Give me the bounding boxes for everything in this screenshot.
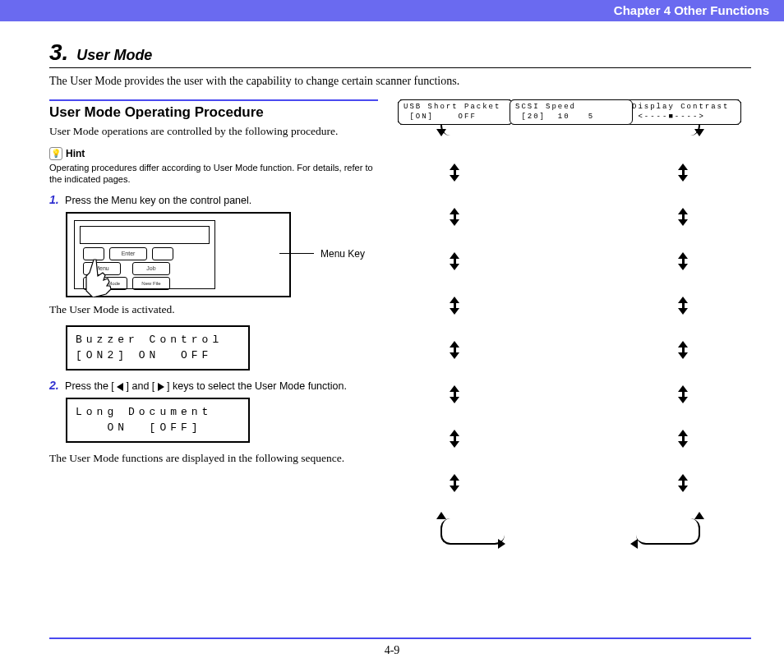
section-intro: The User Mode provides the user with the… [49, 75, 751, 88]
step-1-text: Press the Menu key on the control panel. [65, 195, 251, 206]
control-panel-figure: Enter Menu Job Bypass Mode New File Menu… [66, 212, 291, 297]
box-display-contrast: Display Contrast <----■----> [626, 99, 741, 125]
hint-icon: 💡 [49, 147, 62, 160]
section-title: User Mode [76, 47, 152, 63]
lcd-buzzer: Buzzer Control [ON2] ON OFF [66, 325, 250, 371]
section-heading: 3. User Mode [49, 39, 751, 68]
step-2-text-c: ] keys to select the User Mode function. [167, 380, 347, 392]
box-usb-short-packet: USB Short Packet [ON] OFF [398, 99, 513, 125]
right-arrow-icon [158, 383, 164, 391]
chapter-header: Chapter 4 Other Functions [0, 0, 784, 21]
step-2: 2. Press the [ ] and [ ] keys to select … [49, 379, 378, 393]
lcd-long-doc: Long Document ON [OFF] [66, 398, 250, 443]
box-scsi-speed: SCSI Speed [20] 10 5 [510, 99, 633, 125]
hint-text: Operating procedures differ according to… [49, 162, 378, 186]
user-mode-sequence-diagram: [◀] [▶] Buzzer Control [ON2] ON OFF CLEA… [398, 99, 751, 576]
step-1-number: 1. [49, 193, 59, 206]
footer-rule [49, 637, 751, 639]
subsection-heading: User Mode Operating Procedure [49, 104, 378, 121]
step-2-text-a: Press the [ [65, 380, 114, 392]
subsection-intro: User Mode operations are controlled by t… [49, 124, 378, 139]
menu-key-callout: Menu Key [321, 248, 365, 260]
step-2-text-b: ] and [ [127, 380, 155, 392]
step-1: 1. Press the Menu key on the control pan… [49, 193, 378, 207]
step-2-number: 2. [49, 379, 59, 392]
page-number: 4-9 [0, 644, 784, 657]
section-number: 3. [49, 39, 68, 65]
step-1-result: The User Mode is activated. [49, 302, 378, 317]
step-2-result: The User Mode functions are displayed in… [49, 451, 378, 466]
right-column: [◀] [▶] Buzzer Control [ON2] ON OFF CLEA… [398, 99, 751, 576]
left-arrow-icon [117, 383, 123, 391]
left-column: User Mode Operating Procedure User Mode … [49, 99, 378, 576]
hint-label: Hint [66, 148, 85, 159]
